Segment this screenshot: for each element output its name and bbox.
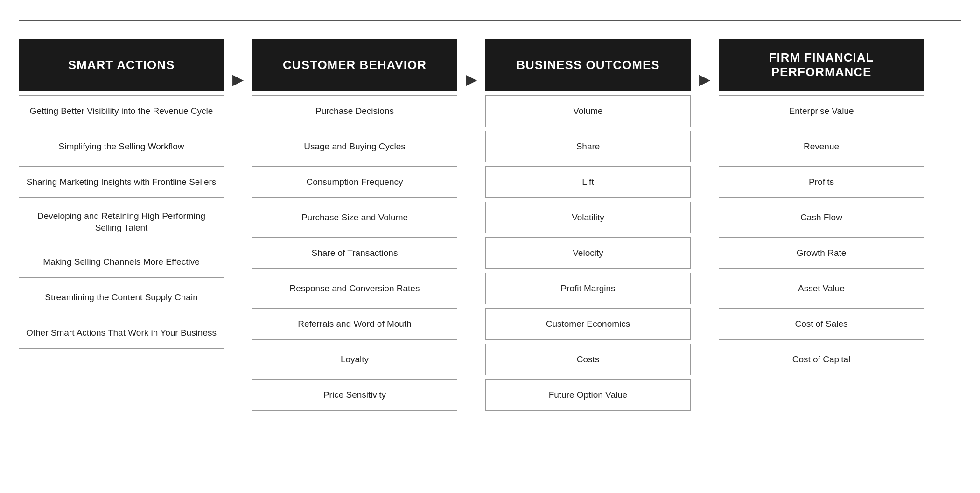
cell-smart-actions-5: Streamlining the Content Supply Chain	[19, 282, 224, 313]
cell-firm-financial-performance-7: Cost of Capital	[719, 344, 924, 375]
cell-business-outcomes-7: Costs	[485, 344, 691, 375]
column-header-firm-financial-performance: FIRM FINANCIAL PERFORMANCE	[719, 39, 924, 91]
cell-customer-behavior-7: Loyalty	[252, 344, 457, 375]
cell-smart-actions-1: Simplifying the Selling Workflow	[19, 131, 224, 162]
cell-customer-behavior-2: Consumption Frequency	[252, 166, 457, 198]
cell-business-outcomes-8: Future Option Value	[485, 379, 691, 411]
chain-container: SMART ACTIONSGetting Better Visibility i…	[19, 39, 961, 415]
column-customer-behavior: CUSTOMER BEHAVIORPurchase DecisionsUsage…	[252, 39, 457, 415]
column-business-outcomes: BUSINESS OUTCOMESVolumeShareLiftVolatili…	[485, 39, 691, 415]
cell-business-outcomes-5: Profit Margins	[485, 273, 691, 304]
column-header-business-outcomes: BUSINESS OUTCOMES	[485, 39, 691, 91]
cell-smart-actions-3: Developing and Retaining High Performing…	[19, 202, 224, 242]
cell-business-outcomes-6: Customer Economics	[485, 308, 691, 340]
cell-customer-behavior-5: Response and Conversion Rates	[252, 273, 457, 304]
cell-firm-financial-performance-5: Asset Value	[719, 273, 924, 304]
cell-firm-financial-performance-4: Growth Rate	[719, 237, 924, 269]
cell-business-outcomes-1: Share	[485, 131, 691, 162]
cell-firm-financial-performance-0: Enterprise Value	[719, 95, 924, 127]
cell-firm-financial-performance-3: Cash Flow	[719, 202, 924, 233]
page-title	[19, 15, 961, 21]
column-smart-actions: SMART ACTIONSGetting Better Visibility i…	[19, 39, 224, 352]
cell-smart-actions-2: Sharing Marketing Insights with Frontlin…	[19, 166, 224, 198]
column-firm-financial-performance: FIRM FINANCIAL PERFORMANCEEnterprise Val…	[719, 39, 924, 379]
cell-business-outcomes-3: Volatility	[485, 202, 691, 233]
cell-customer-behavior-3: Purchase Size and Volume	[252, 202, 457, 233]
cell-firm-financial-performance-6: Cost of Sales	[719, 308, 924, 340]
column-header-smart-actions: SMART ACTIONS	[19, 39, 224, 91]
cell-business-outcomes-0: Volume	[485, 95, 691, 127]
cell-customer-behavior-6: Referrals and Word of Mouth	[252, 308, 457, 340]
cell-firm-financial-performance-1: Revenue	[719, 131, 924, 162]
cell-customer-behavior-0: Purchase Decisions	[252, 95, 457, 127]
cell-business-outcomes-2: Lift	[485, 166, 691, 198]
column-header-customer-behavior: CUSTOMER BEHAVIOR	[252, 39, 457, 91]
cell-firm-financial-performance-2: Profits	[719, 166, 924, 198]
arrow-icon: ►	[457, 39, 485, 89]
cell-customer-behavior-1: Usage and Buying Cycles	[252, 131, 457, 162]
cell-smart-actions-0: Getting Better Visibility into the Reven…	[19, 95, 224, 127]
cell-customer-behavior-8: Price Sensitivity	[252, 379, 457, 411]
cell-smart-actions-4: Making Selling Channels More Effective	[19, 246, 224, 278]
cell-customer-behavior-4: Share of Transactions	[252, 237, 457, 269]
cell-smart-actions-6: Other Smart Actions That Work in Your Bu…	[19, 317, 224, 349]
arrow-icon: ►	[224, 39, 252, 89]
cell-business-outcomes-4: Velocity	[485, 237, 691, 269]
arrow-icon: ►	[691, 39, 719, 89]
